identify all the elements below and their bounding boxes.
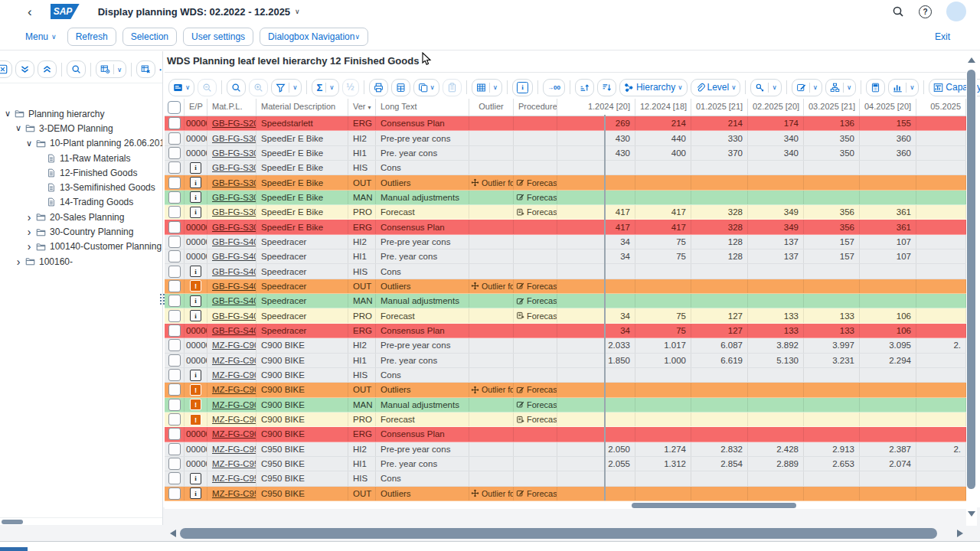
tree-item-30-country-planning[interactable]: ›30-Country Planning — [0, 224, 162, 239]
menu-button-dialogbox-navigation[interactable]: Dialogbox Navigation ∨ — [260, 28, 368, 46]
info-icon[interactable]: i — [190, 191, 201, 203]
info-icon[interactable]: i — [190, 473, 201, 484]
scroll-left-arrow-icon[interactable] — [170, 530, 176, 537]
tree-collapse-icon[interactable]: ∨ — [14, 123, 23, 133]
table-row[interactable]: iGB-FG-S400SpeedracerMANManual adjustmen… — [165, 294, 966, 308]
table-row[interactable]: iMZ-FG-C900C900 BIKEHISCons — [165, 368, 966, 383]
table-row[interactable]: iGB-FG-S400SpeedracerPROForecastForecast… — [165, 308, 966, 323]
tree-item-100140-customer-planning[interactable]: ›100140-Customer Planning — [0, 240, 162, 254]
row-checkbox[interactable] — [168, 295, 181, 307]
menu-button-refresh[interactable]: Refresh — [67, 28, 116, 46]
column-header-outlier[interactable]: Outlier — [469, 99, 514, 116]
table-zoom-out-button[interactable] — [198, 79, 217, 96]
info-icon[interactable]: i — [190, 487, 201, 499]
table-row[interactable]: 00000...MZ-FG-C900C900 BIKEHI1Pre. year … — [165, 354, 966, 368]
info-icon[interactable]: i — [190, 266, 201, 277]
table-row[interactable]: 00000...GB-FG-S300SpeedEr E BikeHI2Pre-p… — [165, 131, 966, 145]
info-icon[interactable]: i — [190, 207, 201, 218]
table-view-selector-button[interactable]: ∨ — [168, 79, 194, 96]
row-checkbox[interactable] — [168, 339, 181, 351]
table-search-button[interactable] — [227, 79, 246, 96]
material-link[interactable]: MZ-FG-C900 — [212, 415, 256, 424]
row-checkbox[interactable] — [168, 487, 181, 500]
table-row[interactable]: !GB-FG-S400SpeedracerOUTOutliersOutlier … — [165, 279, 966, 294]
back-button[interactable]: ‹ — [28, 5, 32, 18]
table-row[interactable]: iGB-FG-S300SpeedEr E BikeHISCons — [165, 161, 966, 175]
table-row[interactable]: 00000...GB-FG-S300SpeedEr E BikeERGConse… — [165, 220, 966, 234]
row-checkbox[interactable] — [168, 399, 181, 411]
table-row[interactable]: iGB-FG-S300SpeedEr E BikeOUTOutliersOutl… — [165, 175, 966, 190]
table-row[interactable]: !MZ-FG-C900C900 BIKEMANManual adjustment… — [165, 398, 966, 412]
tree-expand-icon[interactable]: › — [14, 256, 23, 268]
table-chart-button[interactable]: ∨ — [888, 79, 919, 96]
page-vscroll-thumb[interactable] — [967, 70, 975, 489]
sidebar-search-icon-button[interactable] — [67, 60, 86, 78]
table-row[interactable]: 00000...MZ-FG-C950C950 BIKEHI2Pre-pre ye… — [165, 442, 966, 457]
row-checkbox[interactable] — [168, 472, 181, 484]
tree-item-12-finished-goods[interactable]: 12-Finished Goods — [0, 165, 162, 180]
row-checkbox[interactable] — [168, 310, 181, 322]
table-subtotal-button[interactable]: ½ — [342, 79, 359, 96]
tree-item-3-demo-planning[interactable]: ∨3-DEMO Planning — [0, 121, 162, 135]
table-org-structure-button[interactable]: ∨ — [825, 79, 856, 96]
column-header-period[interactable]: 04.2025 [20] — [860, 99, 916, 116]
table-paste-button[interactable] — [443, 79, 462, 96]
exit-link[interactable]: Exit — [935, 31, 950, 42]
search-icon[interactable] — [892, 5, 904, 18]
column-header-period[interactable]: 03.2025 [21] — [804, 99, 860, 116]
column-header-mat-p-l-[interactable]: Mat.P.L. — [207, 99, 256, 116]
row-checkbox[interactable] — [168, 266, 181, 278]
table-row[interactable]: 00000...GB-FG-S300SpeedEr E BikeHI1Pre. … — [165, 146, 966, 161]
scroll-right-arrow-icon[interactable] — [957, 530, 963, 537]
material-link[interactable]: MZ-FG-C950 — [212, 489, 256, 498]
sidebar-hscroll-thumb[interactable] — [2, 520, 23, 524]
material-link[interactable]: MZ-FG-C950 — [212, 459, 256, 468]
row-checkbox[interactable] — [168, 413, 181, 425]
values-hscroll-thumb[interactable] — [632, 503, 796, 508]
material-link[interactable]: GB-FG-S300 — [212, 134, 256, 143]
table-row[interactable]: 00000...MZ-FG-C950C950 BIKEHI1Pre. year … — [165, 457, 966, 471]
material-link[interactable]: MZ-FG-C900 — [212, 429, 256, 439]
table-sort-ascending-button[interactable] — [575, 79, 594, 96]
sidebar-collapse-all-icon-button[interactable] — [38, 60, 57, 78]
row-checkbox[interactable] — [168, 221, 181, 233]
tree-item-13-semifinished-goods[interactable]: 13-Semifinished Goods — [0, 180, 162, 194]
table-print-button[interactable] — [369, 79, 388, 96]
tree-item-10-plant-planning-26-06-2018[interactable]: ∨10-Plant planning 26.06.2018 — [0, 136, 162, 151]
table-key-button[interactable]: ∨ — [750, 79, 781, 96]
material-link[interactable]: GB-FG-S300 — [212, 148, 256, 158]
material-link[interactable]: MZ-FG-C900 — [212, 341, 256, 350]
material-link[interactable]: GB-FG-S300 — [212, 178, 256, 187]
warning-icon[interactable]: ! — [190, 414, 201, 425]
row-checkbox[interactable] — [168, 428, 181, 440]
page-hscrollbar[interactable] — [170, 528, 963, 540]
tree-item-planning-hierarchy[interactable]: ∨Planning hierarchy — [0, 106, 162, 121]
table-hierarchy-button[interactable]: Hierarchy∨ — [619, 79, 688, 96]
avatar[interactable] — [946, 2, 966, 21]
table-calculator-button[interactable] — [866, 79, 885, 96]
info-icon[interactable]: i — [190, 295, 201, 307]
table-row[interactable]: !MZ-FG-C900C900 BIKEPROForecastForecast — [165, 412, 966, 427]
info-icon[interactable]: i — [190, 310, 201, 321]
sidebar-grid-settings-icon-button[interactable]: ∨ — [96, 60, 126, 78]
menu-dropdown[interactable]: Menu∨ — [25, 31, 57, 42]
tree-expand-icon[interactable]: › — [24, 211, 34, 223]
menu-button-selection[interactable]: Selection — [122, 28, 177, 46]
column-header-period[interactable]: 01.2025 [21] — [691, 99, 748, 116]
table-export-spreadsheet-button[interactable] — [391, 79, 410, 96]
material-link[interactable]: GB-FG-S400 — [212, 267, 256, 276]
table-row[interactable]: iMZ-FG-C950C950 BIKEOUTOutliersOutlier f… — [165, 487, 966, 501]
tree-item-100160-[interactable]: ›100160- — [0, 254, 162, 269]
material-link[interactable]: MZ-FG-C900 — [212, 385, 256, 394]
material-link[interactable]: GB-FG-S300 — [212, 207, 256, 217]
tree-collapse-icon[interactable]: ∨ — [3, 109, 12, 119]
warning-icon[interactable]: ! — [190, 280, 201, 292]
table-search-more-button[interactable] — [249, 79, 268, 96]
material-link[interactable]: GB-FG-S400 — [212, 311, 256, 321]
splitter-handle[interactable] — [159, 293, 165, 305]
material-link[interactable]: GB-FG-S400 — [212, 237, 256, 246]
table-info-button[interactable]: i — [512, 79, 533, 96]
page-vscrollbar[interactable] — [966, 51, 977, 526]
table-edit-button[interactable]: ∨ — [792, 79, 822, 96]
warning-icon[interactable]: ! — [190, 399, 201, 410]
